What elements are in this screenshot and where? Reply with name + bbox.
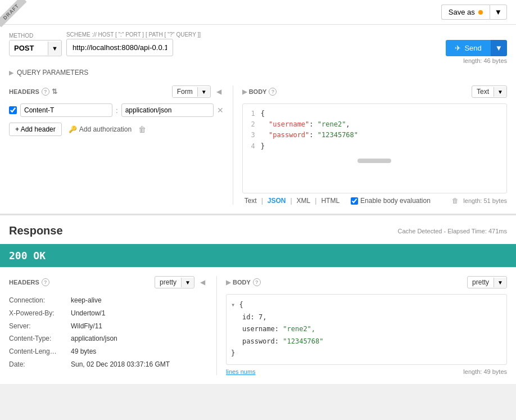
send-button[interactable]: ✈ Send — [446, 40, 490, 56]
code-content: { "username": "rene2", "password": "1234… — [261, 109, 502, 152]
resp-headers-info-icon[interactable]: ? — [42, 278, 49, 286]
save-as-label: Save as — [449, 8, 475, 16]
resp-id-key: id: — [242, 313, 255, 321]
enable-eval: Enable body evaluation — [351, 197, 431, 205]
headers-panel-header: HEADERS ? ⇅ Form ▼ ◀ — [9, 85, 224, 98]
resp-pretty-dropdown-btn[interactable]: ▼ — [181, 278, 194, 287]
save-as-button[interactable]: Save as — [441, 4, 490, 20]
resp-header-row: Server: WildFly/11 — [9, 320, 207, 333]
tree-row-brace-open: ▾ { — [231, 299, 502, 311]
key-icon: 🔑 — [69, 125, 77, 133]
query-params-row[interactable]: ▶ QUERY PARAMETERS — [9, 69, 507, 76]
response-title: Response — [9, 224, 63, 237]
add-header-label: + Add header — [15, 125, 56, 133]
header-checkbox[interactable] — [9, 106, 17, 114]
enable-eval-checkbox[interactable] — [351, 197, 358, 205]
response-header: Response Cache Detected - Elapsed Time: … — [9, 224, 507, 237]
format-json-tab[interactable]: JSON — [265, 197, 288, 205]
form-dropdown-btn[interactable]: ▼ — [197, 87, 210, 97]
resp-header-key-server: Server: — [9, 320, 71, 333]
scrollbar[interactable] — [357, 159, 391, 163]
method-selector[interactable]: POST GET PUT DELETE ▼ — [9, 40, 62, 56]
lines-nums-label[interactable]: lines nums — [226, 368, 256, 375]
resp-header-val-content-len: 49 bytes — [71, 345, 96, 358]
body-trash-icon[interactable]: 🗑 — [452, 197, 459, 205]
format-xml-tab[interactable]: XML — [295, 197, 313, 205]
status-text: 200 OK — [9, 250, 46, 261]
format-text-tab[interactable]: Text — [242, 197, 259, 205]
method-dropdown-btn[interactable]: ▼ — [48, 42, 61, 55]
resp-header-key-connection: Connection: — [9, 294, 71, 307]
resp-body-title: ▶ BODY ? — [226, 278, 261, 286]
headers-info-icon[interactable]: ? — [42, 88, 49, 96]
resp-header-val-content-type: application/json — [71, 332, 117, 345]
body-format-tabs: Text | JSON | XML | HTML Enable body eva… — [242, 197, 431, 205]
resp-body-info-icon[interactable]: ? — [253, 278, 261, 286]
response-body-panel: ▶ BODY ? pretty ▼ ▾ { id: 7, — [217, 276, 507, 375]
body-info-icon[interactable]: ? — [269, 88, 277, 96]
send-dropdown-button[interactable]: ▼ — [491, 40, 507, 56]
headers-panel: HEADERS ? ⇅ Form ▼ ◀ : ✕ — [9, 85, 233, 205]
text-dropdown-btn[interactable]: ▼ — [494, 87, 506, 97]
add-header-button[interactable]: + Add header — [9, 123, 62, 136]
save-as-dropdown-button[interactable]: ▼ — [490, 4, 507, 20]
resp-header-row: Content-Leng… 49 bytes — [9, 345, 207, 358]
url-input[interactable] — [66, 39, 173, 56]
body-length: length: 51 bytes — [463, 197, 507, 204]
resp-header-key-date: Date: — [9, 358, 71, 371]
body-title: ▶ BODY ? — [242, 88, 277, 96]
response-headers-panel: HEADERS ? pretty ▼ ◀ Connection: keep-al… — [9, 276, 217, 375]
text-label: Text — [472, 86, 494, 97]
trash-icon[interactable]: 🗑 — [138, 125, 146, 134]
brace-close: } — [231, 349, 235, 357]
sort-icon[interactable]: ⇅ — [52, 88, 57, 96]
save-as-dot — [478, 10, 483, 15]
response-panels: HEADERS ? pretty ▼ ◀ Connection: keep-al… — [9, 276, 507, 375]
resp-collapse-btn[interactable]: ◀ — [198, 277, 207, 287]
save-as-button-group: Save as ▼ — [441, 4, 507, 20]
header-key-input[interactable] — [20, 103, 112, 117]
resp-body-pretty-label: pretty — [468, 277, 494, 288]
body-collapse-btn-right[interactable]: ▶ — [242, 88, 247, 96]
resp-body-pretty-dropdown[interactable]: pretty ▼ — [467, 276, 507, 288]
resp-header-row: Connection: keep-alive — [9, 294, 207, 307]
text-dropdown[interactable]: Text ▼ — [472, 85, 507, 98]
form-dropdown[interactable]: Form ▼ — [172, 85, 211, 98]
resp-header-row: Content-Type: application/json — [9, 332, 207, 345]
resp-username-key: username: — [242, 325, 279, 333]
top-toolbar: Save as ▼ — [0, 0, 516, 25]
collapse-headers-btn[interactable]: ◀ — [214, 87, 224, 97]
resp-headers-list: Connection: keep-alive X-Powered-By: Und… — [9, 294, 207, 371]
body-footer: Text | JSON | XML | HTML Enable body eva… — [242, 197, 507, 205]
response-section: Response Cache Detected - Elapsed Time: … — [0, 215, 516, 384]
resp-body-tree: ▾ { id: 7, username: "rene2", password: … — [226, 294, 507, 365]
resp-body-footer: lines nums length: 49 bytes — [226, 368, 507, 375]
scheme-label: SCHEME :// HOST [ ":" PORT ] [ PATH [ "?… — [66, 31, 442, 38]
resp-headers-title: HEADERS ? — [9, 278, 49, 286]
resp-body-label: BODY — [233, 279, 251, 286]
resp-username-val: "rene2", — [283, 325, 315, 333]
resp-id-val: 7, — [259, 313, 266, 321]
send-button-group: ✈ Send ▼ — [446, 40, 507, 56]
enable-eval-text: Enable body evaluation — [360, 197, 431, 205]
method-select[interactable]: POST GET PUT DELETE — [10, 40, 48, 56]
resp-body-collapse-btn[interactable]: ▶ — [226, 279, 230, 286]
line-numbers: 1 2 3 4 — [247, 109, 261, 152]
body-editor[interactable]: 1 2 3 4 { "username": "rene2", "password… — [242, 103, 507, 193]
header-value-input[interactable] — [121, 103, 214, 117]
resp-headers-label: HEADERS — [9, 279, 39, 286]
add-auth-label: Add authorization — [79, 125, 132, 133]
resp-headers-controls: pretty ▼ ◀ — [155, 276, 207, 288]
tree-row-id: id: 7, — [231, 311, 502, 324]
body-panel: ▶ BODY ? Text ▼ 1 2 3 4 — [233, 85, 507, 205]
format-html-tab[interactable]: HTML — [319, 197, 342, 205]
resp-body-pretty-btn[interactable]: ▼ — [494, 278, 506, 287]
resp-password-key: password: — [242, 337, 279, 345]
body-panel-header: ▶ BODY ? Text ▼ — [242, 85, 507, 98]
resp-pretty-dropdown[interactable]: pretty ▼ — [155, 276, 194, 288]
delete-header-btn[interactable]: ✕ — [217, 106, 224, 115]
add-auth-button[interactable]: 🔑 Add authorization — [69, 125, 132, 133]
draft-label: DRAFT — [0, 0, 26, 27]
tree-collapse-arrow[interactable]: ▾ — [231, 301, 235, 309]
resp-header-key-xpowered: X-Powered-By: — [9, 307, 71, 320]
